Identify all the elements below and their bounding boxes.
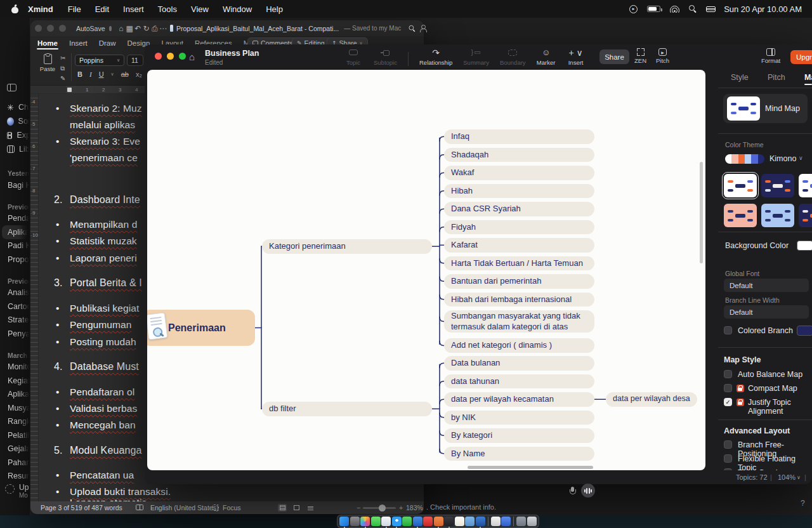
chat-history-item[interactable]: Analisis [0,286,30,300]
voice-mode-button[interactable] [581,484,595,498]
theme-name[interactable]: Kimono [769,154,796,163]
view-read-mode-icon[interactable] [292,504,301,512]
chat-history-item[interactable]: Cartoon [0,300,30,314]
zoom-chevron-icon[interactable]: ∨ [797,475,801,480]
pitch-button[interactable]: ▶ Pitch [656,48,669,64]
dock-app-notes-icon[interactable] [455,517,464,526]
bold-button[interactable]: B [77,70,82,78]
sidebar-nav-lib[interactable]: Lib [0,142,30,156]
mindmap-topic[interactable]: data per wilayah desa [606,392,697,407]
more-icon[interactable]: ⋯ [159,24,167,33]
battery-icon[interactable] [647,6,660,12]
chat-history-item[interactable]: Musyaw [0,401,30,415]
relationship-button[interactable]: ↷Relationship [419,48,452,66]
word-tab-draw[interactable]: Draw [93,36,122,50]
word-count[interactable]: 19 of 487 words [75,504,122,512]
undo-icon[interactable]: ↶ [134,24,142,33]
chat-history-item[interactable]: Resume [0,470,30,484]
theme-thumbnail[interactable] [799,174,812,197]
redo-icon[interactable]: ↻ [142,24,150,33]
search-icon[interactable] [409,25,413,31]
dock-app-word-icon[interactable] [476,517,485,526]
dock-app-safari-icon[interactable] [392,517,402,526]
dock-app-downloads-icon[interactable] [516,517,526,526]
paste-button[interactable]: Paste [37,54,58,72]
theme-thumbnail[interactable] [799,204,812,227]
colored-branch-swatch[interactable] [797,326,812,336]
chat-history-item[interactable]: Penyakit [0,327,30,341]
panel-tab-pitch[interactable]: Pitch [768,73,785,82]
chat-history-item[interactable]: Monitori [0,360,30,374]
underline-chevron[interactable]: ∨ [111,72,114,77]
strikethrough-button[interactable]: ab [121,70,129,78]
minimize-button[interactable] [167,53,174,60]
menu-insert[interactable]: Insert [116,4,151,14]
mindmap-topic[interactable]: data per wilayah kecamatan [444,392,594,407]
wifi-icon[interactable] [670,6,679,13]
page-indicator[interactable]: Page 3 of 5 [41,504,75,512]
chat-history-item[interactable]: Paham [0,456,30,470]
marker-button[interactable]: ☺Marker [537,48,556,66]
zoom-button[interactable] [59,25,66,32]
chat-history-item[interactable]: Bagi Has [0,178,30,192]
print-icon[interactable]: ⎙ [150,24,159,33]
mindmap-topic[interactable]: data tahunan [444,374,594,389]
indent-marker[interactable] [67,88,72,92]
dock-app-xmind-icon[interactable] [444,517,454,526]
dock-app-claude-icon[interactable] [434,517,443,526]
panel-tab-style[interactable]: Style [731,73,749,82]
view-print-layout-icon[interactable] [278,504,287,512]
dock-app-finder-icon[interactable] [339,517,349,526]
checkbox-justify-topic-alignment[interactable]: ✓ [724,398,732,406]
zoom-level[interactable]: 183% [406,504,423,512]
mindmap-topic[interactable]: Infaq [444,129,594,144]
mindmap-topic[interactable]: Harta Tidak Bertuan / Harta Temuan [444,256,594,271]
menu-app-name[interactable]: Xmind [19,4,61,14]
background-color-swatch[interactable] [797,241,812,251]
chat-history-item[interactable]: Kegiatan [0,374,30,388]
checkbox-branch-free-positioning[interactable]: ✓ [724,440,732,449]
mindmap-topic[interactable]: Kafarat [444,238,594,253]
panel-tab-map[interactable]: Map [804,73,812,82]
mindmap-topic[interactable]: Hibah dari lembaga internasional [444,293,594,307]
sidebar-nav-cha[interactable]: ✳Cha [0,100,30,114]
mindmap-topic[interactable]: by NIK [444,411,594,425]
close-button[interactable] [155,53,162,60]
menu-view[interactable]: View [184,4,216,14]
mindmap-topic[interactable]: By Name [444,447,594,461]
chat-history-item[interactable]: Strategi [0,314,30,327]
dock-app-app-store-icon[interactable] [381,517,391,526]
close-button[interactable] [35,25,42,32]
copy-icon[interactable]: ⧉ [60,65,65,72]
canvas-zoom-level[interactable]: 104% [778,473,796,481]
dock-app-photos-icon[interactable] [360,517,370,526]
mindmap-topic[interactable]: Data bulanan [444,356,594,371]
dock-app-trash-icon[interactable] [527,517,537,526]
dock-app-whatsapp-icon[interactable] [402,517,412,526]
mindmap-topic[interactable]: db filter [262,402,432,416]
structure-card[interactable]: Mind Map [723,94,808,123]
format-painter-icon[interactable]: ✎ [60,75,65,82]
chat-history-item[interactable]: Aplikasi [0,388,30,402]
insert-button[interactable]: + ∨Insert [566,48,586,66]
apple-menu-icon[interactable] [11,5,19,13]
theme-thumbnail[interactable] [724,204,757,227]
sidebar-nav-sor[interactable]: Sor [0,114,30,128]
proofing-icon[interactable] [136,505,143,510]
sidebar-nav-exp[interactable]: Exp [0,128,30,142]
global-font-select[interactable]: Default [724,279,809,292]
mindmap-topic[interactable]: Kategori penerimaan [262,239,432,254]
upgrade-button[interactable]: Upgrade [790,50,812,64]
mindmap-topic[interactable]: Fidyah [444,220,594,235]
zoom-in-button[interactable]: + [399,504,403,512]
menu-window[interactable]: Window [216,4,259,14]
theme-thumbnail[interactable] [761,174,794,197]
checkbox-compact-map[interactable]: ✓ [724,384,732,392]
cut-icon[interactable]: ✂ [60,55,65,62]
zen-button[interactable]: ZEN [634,48,646,64]
menu-edit[interactable]: Edit [88,4,116,14]
sidebar-toggle-icon[interactable] [7,84,16,91]
dock-app-window-thumb-blue-icon[interactable] [501,517,511,526]
chat-history-item[interactable]: Gejala [0,442,30,456]
home-icon[interactable]: ⌂ [117,24,125,33]
